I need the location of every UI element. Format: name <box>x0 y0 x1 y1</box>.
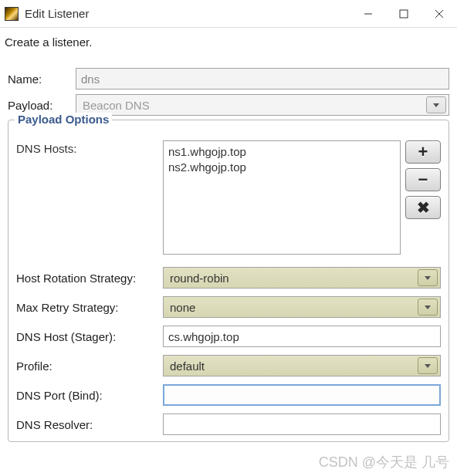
retry-dropdown-button[interactable] <box>418 299 438 316</box>
add-host-button[interactable]: + <box>405 140 441 164</box>
name-row: Name: <box>3 66 454 92</box>
stager-row: DNS Host (Stager): cs.whgojp.top <box>16 326 441 347</box>
rotation-value: round-robin <box>164 272 418 285</box>
payload-label: Payload: <box>8 99 76 112</box>
stager-input[interactable]: cs.whgojp.top <box>163 326 441 347</box>
svg-rect-1 <box>400 10 408 18</box>
resolver-label: DNS Resolver: <box>16 418 163 431</box>
chevron-down-icon <box>425 306 431 309</box>
remove-host-button[interactable]: − <box>405 168 441 191</box>
profile-label: Profile: <box>16 360 163 373</box>
port-label: DNS Port (Bind): <box>16 389 163 402</box>
stager-label: DNS Host (Stager): <box>16 330 163 343</box>
resolver-row: DNS Resolver: <box>16 414 441 435</box>
chevron-down-icon <box>433 103 439 107</box>
retry-label: Max Retry Strategy: <box>16 301 163 314</box>
app-icon <box>5 7 19 21</box>
port-row: DNS Port (Bind): <box>16 384 441 406</box>
close-icon <box>435 9 444 19</box>
clear-hosts-button[interactable]: ✖ <box>405 196 441 219</box>
maximize-button[interactable] <box>386 0 421 27</box>
plus-icon: + <box>418 143 428 160</box>
rotation-select[interactable]: round-robin <box>163 267 441 289</box>
watermark: CSDN @今天是 几号 <box>319 453 449 471</box>
payload-options-legend: Payload Options <box>15 113 112 126</box>
name-label: Name: <box>8 73 76 86</box>
resolver-input[interactable] <box>163 414 441 435</box>
dns-hosts-list[interactable]: ns1.whgojp.top ns2.whgojp.top <box>163 140 401 255</box>
close-button[interactable] <box>421 0 457 27</box>
rotation-row: Host Rotation Strategy: round-robin <box>16 267 441 289</box>
profile-select[interactable]: default <box>163 355 441 376</box>
chevron-down-icon <box>425 276 431 280</box>
window-buttons <box>350 0 457 27</box>
minimize-button[interactable] <box>350 0 386 27</box>
list-item[interactable]: ns1.whgojp.top <box>168 144 395 160</box>
profile-dropdown-button[interactable] <box>418 357 438 374</box>
retry-row: Max Retry Strategy: none <box>16 296 441 318</box>
payload-options-fieldset: Payload Options DNS Hosts: ns1.whgojp.to… <box>8 120 449 442</box>
chevron-down-icon <box>425 364 431 368</box>
dns-hosts-buttons: + − ✖ <box>405 140 441 219</box>
x-icon: ✖ <box>417 200 430 215</box>
maximize-icon <box>399 9 408 19</box>
titlebar: Edit Listener <box>0 0 457 28</box>
payload-select[interactable]: Beacon DNS <box>76 94 449 116</box>
dns-hosts-row: DNS Hosts: ns1.whgojp.top ns2.whgojp.top… <box>16 140 441 255</box>
retry-value: none <box>164 301 418 314</box>
intro-text: Create a listener. <box>3 32 454 66</box>
payload-value: Beacon DNS <box>76 99 426 112</box>
rotation-dropdown-button[interactable] <box>418 269 438 286</box>
payload-dropdown-button[interactable] <box>426 96 446 113</box>
profile-row: Profile: default <box>16 355 441 376</box>
window-title: Edit Listener <box>25 7 350 20</box>
profile-value: default <box>164 360 418 373</box>
port-input[interactable] <box>163 384 441 406</box>
dns-hosts-label: DNS Hosts: <box>16 140 163 155</box>
minimize-icon <box>364 9 373 19</box>
content: Create a listener. Name: Payload: Beacon… <box>0 28 457 442</box>
list-item[interactable]: ns2.whgojp.top <box>168 160 395 175</box>
name-input[interactable] <box>76 68 449 89</box>
rotation-label: Host Rotation Strategy: <box>16 272 163 285</box>
minus-icon: − <box>418 171 428 188</box>
retry-select[interactable]: none <box>163 296 441 318</box>
